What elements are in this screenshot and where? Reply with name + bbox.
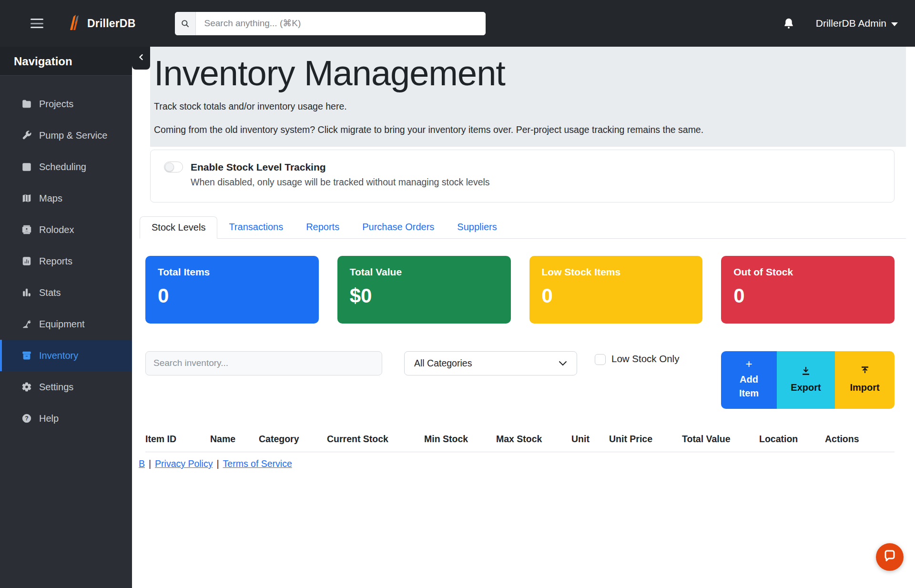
col-item-id: Item ID [145,422,210,452]
live-chat-button[interactable] [876,543,904,571]
brand[interactable]: DrillerDB [65,14,136,33]
table-header-row: Item ID Name Category Current Stock Min … [145,422,895,452]
category-select[interactable]: All Categories [404,351,577,375]
help-circle-icon: ? [21,413,32,424]
map-icon [21,193,32,204]
download-icon [802,366,810,378]
footer: B|Privacy Policy|Terms of Service [139,458,895,469]
sidebar-item-stats[interactable]: Stats [0,277,132,308]
inventory-box-icon [21,350,32,361]
tab-transactions[interactable]: Transactions [217,216,295,239]
stock-tracking-description: When disabled, only usage will be tracke… [191,177,881,188]
contact-card-icon [21,224,32,235]
page-title: Inventory Management [154,54,895,92]
folder-icon [21,98,32,110]
sidebar-nav: Projects Pump & Service Scheduling [0,76,132,434]
user-menu-label: DrillerDB Admin [816,18,886,29]
low-stock-only-label: Low Stock Only [611,353,679,365]
add-item-button[interactable]: + Add Item [721,351,777,409]
col-actions: Actions [825,422,895,452]
brand-name: DrillerDB [87,17,136,30]
upload-icon [861,366,869,378]
low-stock-card: Low Stock Items 0 [529,256,703,324]
col-unit: Unit [571,422,609,452]
gear-icon [21,381,32,393]
tab-stock-levels[interactable]: Stock Levels [140,216,217,239]
col-max-stock: Max Stock [496,422,571,452]
global-search-input[interactable] [196,12,486,35]
global-search [175,12,486,35]
inventory-filters: All Categories Low Stock Only + Add Item [145,351,895,409]
category-selected-value: All Categories [414,358,472,369]
page-subtitle: Track stock totals and/or inventory usag… [154,101,895,112]
sidebar-item-projects[interactable]: Projects [0,88,132,120]
inventory-search-input[interactable] [145,351,382,375]
sidebar-item-pump-service[interactable]: Pump & Service [0,120,132,151]
drillerdb-logo-icon [65,14,81,33]
plus-icon: + [745,360,752,368]
tab-purchase-orders[interactable]: Purchase Orders [351,216,446,239]
stock-tracking-card: Enable Stock Level Tracking When disable… [150,150,895,203]
col-category: Category [259,422,327,452]
inventory-table: Item ID Name Category Current Stock Min … [145,422,895,452]
sidebar-item-rolodex[interactable]: Rolodex [0,214,132,245]
chevron-down-icon [891,22,898,26]
terms-of-service-link[interactable]: Terms of Service [223,458,292,469]
sidebar: Navigation Projects Pump & Service [0,47,132,588]
chat-bubble-icon [883,549,897,565]
col-name: Name [210,422,259,452]
sidebar-heading: Navigation [0,47,132,76]
import-button[interactable]: Import [835,351,895,409]
report-box-icon [21,255,32,267]
hamburger-menu-icon[interactable] [30,19,43,28]
total-value-value: $0 [350,284,498,307]
bar-chart-icon [21,287,32,298]
col-location: Location [759,422,825,452]
robot-arm-icon [21,318,32,330]
col-min-stock: Min Stock [424,422,496,452]
export-button[interactable]: Export [777,351,835,409]
sidebar-item-equipment[interactable]: Equipment [0,308,132,340]
page-header: Inventory Management Track stock totals … [150,47,906,147]
tab-suppliers[interactable]: Suppliers [446,216,508,239]
out-of-stock-card: Out of Stock 0 [721,256,895,324]
stock-tracking-label: Enable Stock Level Tracking [191,162,326,173]
total-value-card: Total Value $0 [337,256,511,324]
user-menu[interactable]: DrillerDB Admin [816,18,898,29]
col-unit-price: Unit Price [609,422,682,452]
migrate-note: Coming from the old inventory system? Cl… [154,124,895,135]
col-current-stock: Current Stock [327,422,424,452]
total-items-value: 0 [158,284,306,307]
truncated-footer-link[interactable]: B [139,458,145,469]
sidebar-item-reports[interactable]: Reports [0,245,132,277]
svg-text:?: ? [25,415,29,422]
col-total-value: Total Value [682,422,759,452]
inventory-tabs: Stock Levels Transactions Reports Purcha… [140,216,906,239]
stats-cards: Total Items 0 Total Value $0 Low Stock I… [145,256,895,324]
sidebar-item-settings[interactable]: Settings [0,371,132,403]
chevron-down-icon [559,361,567,366]
calendar-icon [21,161,32,172]
low-stock-value: 0 [542,284,691,307]
sidebar-item-scheduling[interactable]: Scheduling [0,151,132,182]
out-of-stock-value: 0 [733,284,882,307]
main-content: Inventory Management Track stock totals … [132,47,915,588]
top-bar: DrillerDB DrillerDB Admin [0,0,915,47]
sidebar-item-inventory[interactable]: Inventory [0,340,132,371]
total-items-card: Total Items 0 [145,256,319,324]
inventory-actions: + Add Item Export [721,351,895,409]
tab-reports[interactable]: Reports [295,216,351,239]
notifications-bell-icon[interactable] [783,17,795,30]
collapse-sidebar-button[interactable] [132,47,150,70]
wrench-icon [21,130,32,141]
stock-tracking-toggle[interactable] [164,162,183,172]
sidebar-item-help[interactable]: ? Help [0,403,132,434]
sidebar-item-maps[interactable]: Maps [0,182,132,214]
privacy-policy-link[interactable]: Privacy Policy [155,458,213,469]
low-stock-only-checkbox[interactable] [595,354,606,365]
chevron-left-icon [138,54,144,62]
search-icon [175,12,196,35]
